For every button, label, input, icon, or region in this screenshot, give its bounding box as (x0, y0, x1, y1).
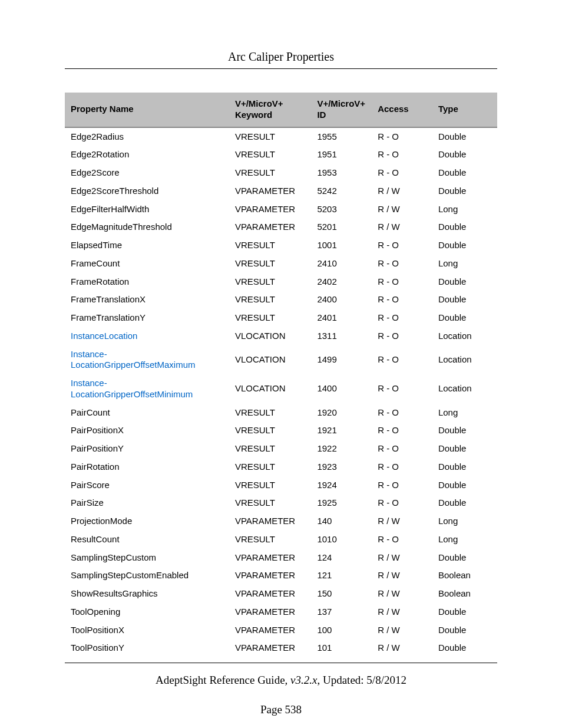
cell-type: Location (432, 327, 497, 345)
cell-type: Double (432, 273, 497, 291)
property-link[interactable]: InstanceLocation (71, 331, 137, 341)
table-row: EdgeFilterHalfWidthVPARAMETER5203R / WLo… (65, 200, 497, 219)
col-keyword: V+/MicroV+Keyword (229, 93, 311, 127)
table-row: SamplingStepCustomEnabledVPARAMETER121R … (65, 566, 497, 585)
cell-access: R - O (372, 458, 432, 476)
col-type: Type (432, 93, 497, 127)
cell-id: 2410 (311, 255, 372, 273)
cell-keyword: VRESULT (229, 291, 311, 309)
cell-access: R / W (372, 566, 432, 585)
cell-access: R - O (372, 531, 432, 549)
cell-property-name: ElapsedTime (65, 236, 229, 255)
cell-type: Double (432, 127, 497, 146)
cell-property-name: InstanceLocation (65, 327, 229, 345)
cell-id: 2400 (311, 291, 372, 309)
cell-property-name: ProjectionMode (65, 512, 229, 531)
cell-access: R - O (372, 291, 432, 309)
cell-type: Long (432, 531, 497, 549)
cell-type: Double (432, 440, 497, 458)
cell-access: R - O (372, 374, 432, 404)
cell-id: 1499 (311, 345, 372, 375)
cell-property-name: Edge2Rotation (65, 146, 229, 164)
cell-type: Long (432, 404, 497, 422)
cell-access: R - O (372, 494, 432, 512)
cell-type: Double (432, 182, 497, 200)
table-row: EdgeMagnitudeThresholdVPARAMETER5201R / … (65, 218, 497, 236)
cell-id: 1920 (311, 404, 372, 422)
cell-property-name: PairPositionX (65, 421, 229, 440)
cell-access: R / W (372, 639, 432, 657)
cell-type: Location (432, 345, 497, 375)
cell-keyword: VPARAMETER (229, 621, 311, 640)
cell-keyword: VRESULT (229, 309, 311, 327)
table-row: PairSizeVRESULT1925R - ODouble (65, 494, 497, 512)
cell-access: R / W (372, 512, 432, 531)
cell-id: 121 (311, 566, 372, 585)
table-row: Instance-LocationGripperOffsetMinimumVLO… (65, 374, 497, 404)
cell-keyword: VLOCATION (229, 345, 311, 375)
property-link[interactable]: Instance-LocationGripperOffsetMinimum (71, 378, 193, 399)
cell-keyword: VPARAMETER (229, 512, 311, 531)
table-row: ToolPositionYVPARAMETER101R / WDouble (65, 639, 497, 657)
cell-property-name: SamplingStepCustomEnabled (65, 566, 229, 585)
table-row: FrameRotationVRESULT2402R - ODouble (65, 273, 497, 291)
cell-access: R - O (372, 309, 432, 327)
cell-type: Double (432, 494, 497, 512)
cell-access: R - O (372, 127, 432, 146)
table-row: ElapsedTimeVRESULT1001R - ODouble (65, 236, 497, 255)
cell-property-name: FrameCount (65, 255, 229, 273)
cell-keyword: VRESULT (229, 146, 311, 164)
cell-access: R - O (372, 421, 432, 440)
cell-type: Boolean (432, 566, 497, 585)
cell-property-name: PairSize (65, 494, 229, 512)
cell-id: 100 (311, 621, 372, 640)
cell-keyword: VRESULT (229, 273, 311, 291)
cell-property-name: Edge2ScoreThreshold (65, 182, 229, 200)
table-row: FrameCountVRESULT2410R - OLong (65, 255, 497, 273)
cell-property-name: ToolPositionX (65, 621, 229, 640)
cell-keyword: VLOCATION (229, 327, 311, 345)
table-row: InstanceLocationVLOCATION1311R - OLocati… (65, 327, 497, 345)
properties-table: Property Name V+/MicroV+Keyword V+/Micro… (65, 93, 497, 657)
cell-keyword: VRESULT (229, 127, 311, 146)
cell-id: 1923 (311, 458, 372, 476)
cell-id: 2402 (311, 273, 372, 291)
cell-id: 1951 (311, 146, 372, 164)
cell-id: 5203 (311, 200, 372, 219)
cell-id: 1010 (311, 531, 372, 549)
table-row: Edge2ScoreThresholdVPARAMETER5242R / WDo… (65, 182, 497, 200)
cell-id: 140 (311, 512, 372, 531)
cell-access: R - O (372, 146, 432, 164)
table-header-row: Property Name V+/MicroV+Keyword V+/Micro… (65, 93, 497, 127)
cell-id: 1922 (311, 440, 372, 458)
guide-updated: , Updated: 5/8/2012 (317, 674, 406, 686)
cell-id: 2401 (311, 309, 372, 327)
cell-access: R - O (372, 440, 432, 458)
cell-access: R - O (372, 236, 432, 255)
cell-type: Double (432, 476, 497, 495)
cell-keyword: VRESULT (229, 421, 311, 440)
cell-keyword: VPARAMETER (229, 566, 311, 585)
page-title: Arc Caliper Properties (65, 50, 497, 69)
cell-id: 1955 (311, 127, 372, 146)
cell-type: Double (432, 309, 497, 327)
col-access: Access (372, 93, 432, 127)
table-row: PairRotationVRESULT1923R - ODouble (65, 458, 497, 476)
table-row: ToolOpeningVPARAMETER137R / WDouble (65, 603, 497, 621)
cell-property-name: ShowResultsGraphics (65, 585, 229, 603)
cell-type: Long (432, 200, 497, 219)
footer-divider (65, 663, 497, 663)
cell-access: R / W (372, 200, 432, 219)
cell-keyword: VPARAMETER (229, 639, 311, 657)
cell-type: Double (432, 639, 497, 657)
cell-type: Boolean (432, 585, 497, 603)
cell-keyword: VRESULT (229, 440, 311, 458)
cell-property-name: PairPositionY (65, 440, 229, 458)
cell-property-name: ResultCount (65, 531, 229, 549)
cell-access: R - O (372, 476, 432, 495)
cell-property-name: EdgeMagnitudeThreshold (65, 218, 229, 236)
table-row: FrameTranslationXVRESULT2400R - ODouble (65, 291, 497, 309)
cell-keyword: VPARAMETER (229, 549, 311, 567)
cell-type: Double (432, 291, 497, 309)
property-link[interactable]: Instance-LocationGripperOffsetMaximum (71, 349, 195, 370)
